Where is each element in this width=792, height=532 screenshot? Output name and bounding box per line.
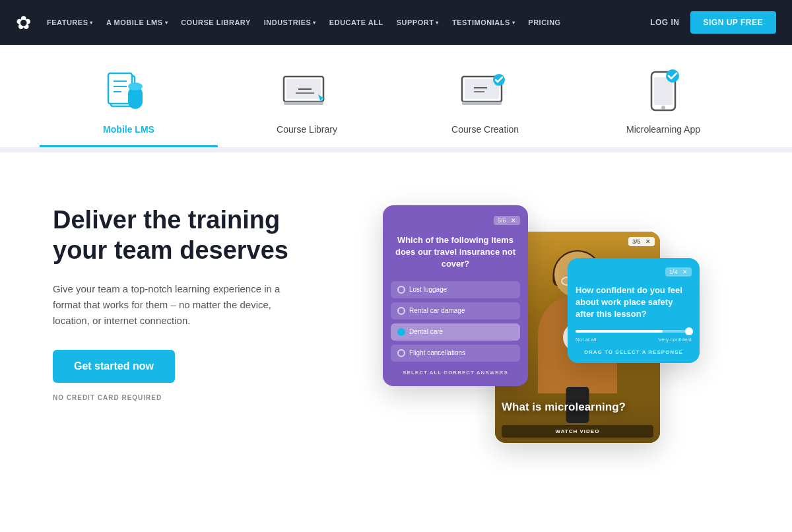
chevron-down-icon: ▾ [436, 20, 439, 26]
course-creation-icon [455, 65, 515, 117]
hero-title: Deliver the training your team deserves [53, 205, 330, 265]
svg-rect-9 [284, 102, 323, 105]
quiz-option-2: Rental car damage [391, 302, 520, 319]
nav-pricing[interactable]: PRICING [523, 16, 566, 29]
chevron-down-icon: ▾ [313, 20, 316, 26]
nav-support[interactable]: SUPPORT ▾ [391, 16, 444, 29]
video-progress-badge: 3/6 ✕ [628, 237, 655, 246]
tab-course-library-label: Course Library [277, 124, 337, 135]
slider-max-label: Very confident [658, 337, 692, 343]
hero-description: Give your team a top-notch learning expe… [53, 281, 304, 329]
video-watch-label: WATCH VIDEO [502, 425, 653, 438]
nav-industries[interactable]: INDUSTRIES ▾ [259, 16, 321, 29]
hero-section: Deliver the training your team deserves … [0, 152, 792, 532]
quiz-footer: SELECT ALL CORRECT ANSWERS [391, 370, 520, 376]
tab-course-creation[interactable]: Course Creation [396, 58, 574, 147]
logo-icon: ✿ [16, 12, 31, 34]
get-started-button[interactable]: Get started now [53, 350, 175, 383]
nav-features[interactable]: FEATURES ▾ [42, 16, 98, 29]
mobile-lms-icon [106, 65, 152, 117]
chevron-down-icon: ▾ [165, 20, 168, 26]
svg-rect-15 [462, 102, 502, 105]
tab-microlearning-app-label: Microlearning App [626, 124, 700, 135]
login-button[interactable]: LOG IN [650, 18, 679, 27]
slider-labels: Not at all Very confident [576, 337, 692, 343]
quiz-option-3: Dental care [391, 323, 520, 341]
svg-point-6 [128, 83, 143, 90]
quiz-option-dot [397, 286, 405, 294]
hero-left: Deliver the training your team deserves … [53, 192, 330, 403]
slider-min-label: Not at all [576, 337, 597, 343]
confidence-slider [576, 330, 692, 333]
tab-course-library[interactable]: Course Library [218, 58, 396, 147]
quiz-card: 5/6 ✕ Which of the following items does … [383, 205, 528, 386]
nav-course-library[interactable]: COURSE LIBRARY [176, 16, 256, 29]
quiz-option-4: Flight cancellations [391, 345, 520, 362]
course-library-icon [277, 65, 337, 117]
slider-thumb [685, 327, 693, 335]
quiz-option-dot [397, 307, 405, 315]
confidence-question: How confident do you feel about work pla… [576, 284, 692, 321]
quiz-progress: 5/6 ✕ [391, 216, 520, 225]
nav-testimonials[interactable]: TESTIMONIALS ▾ [447, 16, 520, 29]
tab-mobile-lms-label: Mobile LMS [103, 124, 154, 135]
svg-point-21 [661, 106, 665, 110]
navbar-right: LOG IN SIGN UP FREE [650, 11, 776, 34]
quiz-progress-badge: 5/6 ✕ [494, 216, 520, 225]
confidence-card: 1/4 ✕ How confident do you feel about wo… [568, 258, 700, 363]
feature-tabs: Mobile LMS Course Library [0, 45, 792, 147]
tab-mobile-lms[interactable]: Mobile LMS [40, 58, 218, 147]
quiz-option-dot [397, 328, 405, 336]
tabs-underline [0, 147, 792, 152]
quiz-question: Which of the following items does our tr… [391, 234, 520, 271]
navbar: ✿ FEATURES ▾ A MOBILE LMS ▾ COURSE LIBRA… [0, 0, 792, 45]
video-question-overlay: What is microlearning? [502, 401, 653, 414]
chevron-down-icon: ▾ [90, 20, 93, 26]
hero-mockups: 5/6 ✕ Which of the following items does … [356, 192, 739, 509]
slider-fill [576, 330, 663, 333]
confidence-progress-badge: 1/4 ✕ [665, 267, 692, 277]
chevron-down-icon: ▾ [512, 20, 515, 26]
quiz-option-1: Lost luggage [391, 281, 520, 298]
confidence-footer: DRAG TO SELECT A RESPONSE [576, 349, 692, 355]
nav-mobile-lms[interactable]: A MOBILE LMS ▾ [101, 16, 173, 29]
tab-course-creation-label: Course Creation [451, 124, 519, 135]
tab-microlearning-app[interactable]: Microlearning App [574, 58, 752, 147]
nav-educate-all[interactable]: EDUCATE ALL [324, 16, 389, 29]
microlearning-app-icon [644, 65, 683, 117]
slider-track [576, 330, 692, 333]
signup-button[interactable]: SIGN UP FREE [690, 11, 776, 34]
quiz-option-dot [397, 349, 405, 357]
confidence-progress: 1/4 ✕ [576, 267, 692, 277]
no-credit-text: NO CREDIT CARD REQUIRED [53, 394, 162, 401]
